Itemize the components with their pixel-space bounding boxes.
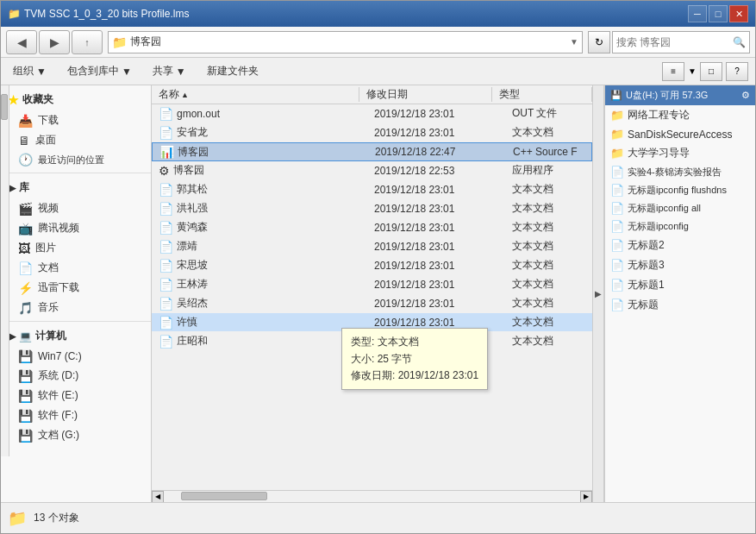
- file-date-cell: 2019/12/18 23:01: [367, 260, 505, 272]
- minimize-button[interactable]: ─: [688, 5, 707, 22]
- file-date-cell: 2019/12/18 23:01: [367, 317, 505, 329]
- video-icon: 🎬: [18, 202, 33, 216]
- sidebar-item-music[interactable]: 🎵 音乐: [1, 298, 151, 317]
- file-date-cell: 2019/12/18 22:53: [367, 165, 505, 177]
- file-icon: 📄: [159, 126, 173, 140]
- favorites-header[interactable]: ★ 收藏夹: [1, 89, 151, 110]
- new-folder-button[interactable]: 新建文件夹: [202, 61, 264, 81]
- sidebar-item-desktop[interactable]: 🖥 桌面: [1, 130, 151, 150]
- right-panel-gear-icon[interactable]: ⚙: [741, 90, 750, 101]
- h-scroll-track[interactable]: [164, 491, 580, 503]
- search-box[interactable]: 🔍: [612, 31, 750, 53]
- refresh-button[interactable]: ↻: [588, 31, 610, 53]
- library-header[interactable]: ▶ 库: [1, 177, 151, 198]
- right-panel-item[interactable]: 📄 无标题1: [605, 275, 755, 295]
- panel-expand-icon: ▶: [595, 289, 602, 298]
- file-row[interactable]: 📄 黄鸿森 2019/12/18 23:01 文本文档: [152, 218, 592, 237]
- organize-button[interactable]: 组织 ▼: [8, 61, 52, 81]
- file-list-header: 名称 ▲ 修改日期 类型: [152, 85, 592, 104]
- left-scrollbar[interactable]: [1, 85, 9, 456]
- forward-button[interactable]: ▶: [39, 30, 70, 54]
- right-panel-item[interactable]: 📄 无标题ipconfig all: [605, 199, 755, 217]
- library-section: ▶ 库 🎬 视频 📺 腾讯视频 🖼 图片 📄 文档: [1, 177, 151, 317]
- file-row[interactable]: 📄 吴绍杰 2019/12/18 23:01 文本文档: [152, 294, 592, 313]
- right-panel-item[interactable]: 📁 大学学习导导: [605, 143, 755, 163]
- doc-icon: 📄: [610, 279, 624, 292]
- col-name-sort-icon: ▲: [181, 91, 189, 99]
- right-panel-item[interactable]: 📄 无标题: [605, 295, 755, 315]
- address-dropdown[interactable]: ▼: [570, 37, 578, 47]
- file-name: gmon.out: [177, 108, 220, 120]
- file-row[interactable]: 📄 安省龙 2019/12/18 23:01 文本文档: [152, 123, 592, 142]
- computer-label: 计算机: [35, 329, 66, 343]
- computer-header[interactable]: ▶ 💻 计算机: [1, 325, 151, 347]
- sidebar-item-download[interactable]: 📥 下载: [1, 110, 151, 130]
- file-row[interactable]: 📊 博客园 2019/12/18 22:47 C++ Source F: [152, 142, 592, 161]
- thunder-label: 迅雷下载: [38, 280, 79, 295]
- file-type-cell: 文本文档: [505, 220, 592, 235]
- file-name-cell: 📄 吴绍杰: [152, 296, 367, 311]
- sidebar-item-thunder[interactable]: ⚡ 迅雷下载: [1, 278, 151, 298]
- view-dropdown[interactable]: ▼: [688, 66, 697, 76]
- library-label: 库: [19, 180, 29, 195]
- recent-icon: 🕐: [18, 153, 33, 166]
- back-button[interactable]: ◀: [6, 30, 37, 54]
- col-date-label: 修改日期: [366, 88, 408, 100]
- h-scroll-right-button[interactable]: ▶: [580, 491, 592, 503]
- sidebar-item-recent[interactable]: 🕐 最近访问的位置: [1, 150, 151, 169]
- file-row[interactable]: 📄 漂靖 2019/12/18 23:01 文本文档: [152, 237, 592, 256]
- right-panel-item[interactable]: 📁 SanDiskSecureAccess: [605, 125, 755, 143]
- titlebar-left: 📁 TVM SSC 1_0_3_20 bits Profile.lms: [8, 8, 189, 20]
- file-name: 黄鸿森: [177, 220, 208, 235]
- sidebar-item-c-drive[interactable]: 💾 Win7 (C:): [1, 347, 151, 366]
- right-item-label: 无标题: [628, 298, 659, 312]
- right-panel-item[interactable]: 📄 无标题ipconfig: [605, 217, 755, 236]
- file-row[interactable]: ⚙ 博客园 2019/12/18 22:53 应用程序: [152, 161, 592, 180]
- toolbar2-right: ≡ ▼ □ ?: [662, 62, 748, 81]
- file-row[interactable]: 📄 洪礼强 2019/12/18 23:01 文本文档: [152, 199, 592, 218]
- file-icon: 📄: [159, 240, 173, 254]
- tooltip-date: 修改日期: 2019/12/18 23:01: [351, 368, 478, 384]
- up-button[interactable]: ↑: [72, 30, 103, 54]
- sidebar-item-video[interactable]: 🎬 视频: [1, 198, 151, 218]
- file-row[interactable]: 📄 王林涛 2019/12/18 23:01 文本文档: [152, 275, 592, 294]
- close-button[interactable]: ✕: [729, 5, 748, 22]
- share-button[interactable]: 共享 ▼: [147, 61, 191, 81]
- right-panel-item[interactable]: 📄 无标题3: [605, 255, 755, 275]
- right-panel-item[interactable]: 📄 无标题2: [605, 236, 755, 255]
- help-button[interactable]: ?: [726, 62, 748, 81]
- right-panel-item[interactable]: 📄 无标题ipconfig flushdns: [605, 181, 755, 199]
- file-row[interactable]: 📄 宋思坡 2019/12/18 23:01 文本文档: [152, 256, 592, 275]
- panel-expand-button[interactable]: ▶: [592, 85, 604, 502]
- file-row[interactable]: 📄 郭其松 2019/12/18 23:01 文本文档: [152, 180, 592, 199]
- sidebar-item-pictures[interactable]: 🖼 图片: [1, 238, 151, 258]
- file-name: 洪礼强: [177, 201, 208, 216]
- right-panel-title: U盘(H:) 可用 57.3G: [626, 89, 741, 102]
- sidebar-item-documents[interactable]: 📄 文档: [1, 258, 151, 278]
- h-scroll-left-button[interactable]: ◀: [152, 491, 164, 503]
- sidebar-item-f-drive[interactable]: 💾 软件 (F:): [1, 405, 151, 425]
- right-item-label: 网络工程专论: [628, 108, 690, 123]
- address-bar[interactable]: 📁 博客园 ▼: [108, 31, 583, 53]
- doc-icon: 📄: [610, 298, 624, 311]
- right-panel-item[interactable]: 📄 实验4-蔡锦涛实验报告: [605, 163, 755, 181]
- right-panel-item[interactable]: 📁 网络工程专论: [605, 105, 755, 125]
- include-library-button[interactable]: 包含到库中 ▼: [62, 61, 137, 81]
- file-type-cell: 文本文档: [505, 239, 592, 254]
- horizontal-scrollbar[interactable]: ◀ ▶: [152, 490, 592, 502]
- preview-button[interactable]: □: [700, 62, 722, 81]
- file-row[interactable]: 📄 gmon.out 2019/12/18 23:01 OUT 文件: [152, 104, 592, 123]
- maximize-button[interactable]: □: [709, 5, 728, 22]
- sidebar-item-d-drive[interactable]: 💾 系统 (D:): [1, 366, 151, 386]
- col-type-header[interactable]: 类型: [492, 87, 592, 102]
- view-toggle-button[interactable]: ≡: [662, 62, 684, 81]
- file-name-cell: 📄 洪礼强: [152, 201, 367, 216]
- search-input[interactable]: [616, 36, 731, 48]
- sidebar-item-tencent-video[interactable]: 📺 腾讯视频: [1, 218, 151, 238]
- col-name-label: 名称: [159, 87, 179, 102]
- h-scroll-thumb[interactable]: [181, 492, 267, 500]
- col-date-header[interactable]: 修改日期: [359, 87, 492, 102]
- sidebar-item-e-drive[interactable]: 💾 软件 (E:): [1, 386, 151, 405]
- col-name-header[interactable]: 名称 ▲: [152, 87, 359, 102]
- sidebar-item-g-drive[interactable]: 💾 文档 (G:): [1, 425, 151, 445]
